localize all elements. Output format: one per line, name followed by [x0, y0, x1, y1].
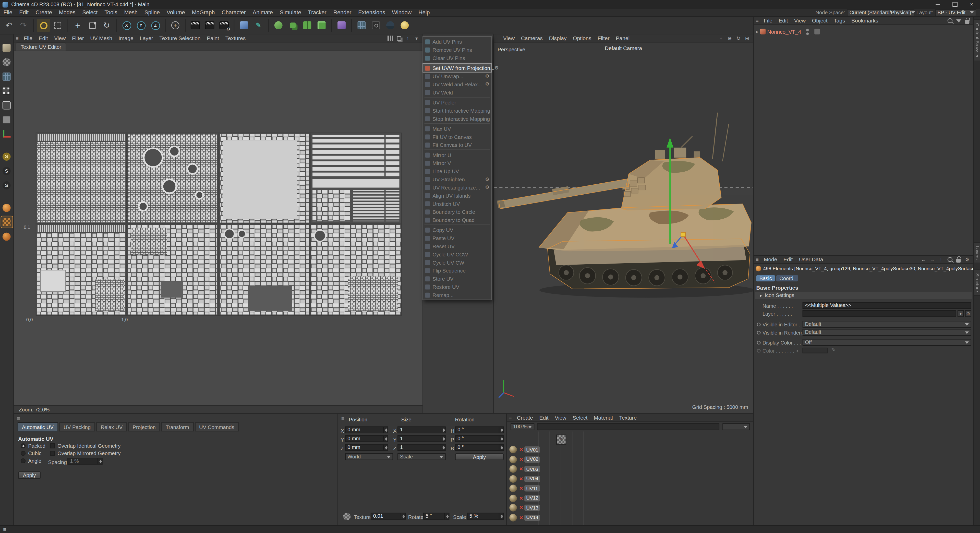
animation-toggle-icon[interactable]	[757, 341, 761, 345]
ctx-restore-uv[interactable]: Restore UV	[423, 283, 492, 291]
tab-automatic-uv[interactable]: Automatic UV	[18, 422, 58, 432]
import-icon[interactable]	[413, 35, 420, 41]
rotate-value-input[interactable]: 5 °	[423, 513, 450, 520]
ctx-uv-rectangularize[interactable]: UV Rectangularize...	[423, 183, 492, 191]
uv-menu-texture-selection[interactable]: Texture Selection	[156, 35, 204, 41]
minimize-button[interactable]	[929, 0, 946, 9]
texture-mode-icon[interactable]	[1, 56, 12, 67]
vp-menu-filter[interactable]: Filter	[595, 35, 612, 41]
size-x-input[interactable]: 1	[398, 426, 446, 433]
options-gear-icon[interactable]	[485, 176, 489, 182]
options-gear-icon[interactable]	[495, 65, 498, 71]
export-icon[interactable]	[404, 35, 411, 41]
scale-mode-dropdown[interactable]: Scale	[398, 453, 446, 460]
uv-menu-paint[interactable]: Paint	[204, 35, 222, 41]
menu-tools[interactable]: Tools	[101, 10, 121, 16]
uv-canvas[interactable]: 0,1 0,0 1,0	[14, 51, 423, 405]
ctx-start-interactive-mapping[interactable]: Start Interactive Mapping	[423, 106, 492, 115]
parent-up-icon[interactable]	[938, 256, 945, 263]
redo-icon[interactable]	[17, 19, 30, 32]
menu-help[interactable]: Help	[415, 10, 433, 16]
ctx-paste-uv[interactable]: Paste UV	[423, 234, 492, 242]
ctx-boundary-to-quad[interactable]: Boundary to Quad	[423, 216, 492, 224]
rotation-b-input[interactable]: 0 °	[455, 444, 504, 451]
ctx-boundary-to-circle[interactable]: Boundary to Circle	[423, 207, 492, 216]
size-z-input[interactable]: 1	[398, 444, 446, 451]
workplane-icon[interactable]	[355, 19, 368, 32]
ctx-align-uv-islands[interactable]: Align UV Islands	[423, 191, 492, 199]
ctx-max-uv[interactable]: Max UV	[423, 124, 492, 132]
symmetry-icon[interactable]	[301, 19, 314, 32]
ctx-mirror-v[interactable]: Mirror V	[423, 159, 492, 167]
histogram-icon[interactable]	[387, 35, 394, 41]
coordinate-system-icon[interactable]: +	[169, 19, 182, 32]
mat-menu-texture[interactable]: Texture	[616, 415, 640, 421]
layout-dropdown[interactable]: BP - UV Edit	[935, 9, 977, 16]
material-row[interactable]: UV03	[509, 464, 540, 473]
viewport-scene[interactable]	[494, 42, 753, 413]
tab-uv-commands[interactable]: UV Commands	[195, 422, 239, 432]
tab-transform[interactable]: Transform	[161, 422, 194, 432]
am-menu-user-data[interactable]: User Data	[796, 257, 826, 263]
stepper[interactable]	[441, 445, 445, 450]
stepper[interactable]	[383, 445, 388, 450]
lock-x-axis-icon[interactable]	[120, 19, 133, 32]
rotate-tool-icon[interactable]	[100, 19, 113, 32]
tab-relax-uv[interactable]: Relax UV	[96, 422, 127, 432]
uv-points-mode-icon[interactable]	[1, 202, 12, 213]
object-tag-icon[interactable]	[815, 29, 820, 35]
menu-mesh[interactable]: Mesh	[121, 10, 141, 16]
stepper[interactable]	[441, 436, 445, 441]
position-y-input[interactable]: 0 mm	[345, 435, 388, 442]
om-menu-view[interactable]: View	[791, 18, 809, 24]
menu-render[interactable]: Render	[330, 10, 355, 16]
material-zoom-dropdown[interactable]: 100 %	[511, 423, 534, 430]
apply-button[interactable]: Apply	[18, 471, 41, 479]
expand-icon[interactable]	[756, 29, 759, 34]
camera-label[interactable]: Default Camera	[494, 45, 753, 51]
ctx-set-uvw-from-projection[interactable]: Set UVW from Projection...	[423, 64, 492, 72]
light-icon[interactable]	[398, 19, 411, 32]
uv-layout-image[interactable]	[36, 132, 402, 316]
ctx-remove-uv-pins[interactable]: Remove UV Pins	[423, 46, 492, 54]
am-menu-edit[interactable]: Edit	[780, 257, 796, 263]
stepper[interactable]	[499, 427, 503, 432]
radio-angle[interactable]: Angle	[18, 458, 41, 464]
compare-icon[interactable]	[396, 35, 402, 41]
coordinate-space-dropdown[interactable]: World	[345, 453, 393, 460]
ctx-reset-uv[interactable]: Reset UV	[423, 242, 492, 250]
animation-toggle-icon[interactable]	[757, 331, 761, 335]
mat-menu-create[interactable]: Create	[514, 415, 536, 421]
uv-menu-uv-mesh[interactable]: UV Mesh	[87, 35, 115, 41]
ctx-cycle-uv-cw[interactable]: Cycle UV CW	[423, 258, 492, 266]
ctx-add-uv-pins[interactable]: Add UV Pins	[423, 38, 492, 46]
paint-texture-icon[interactable]	[1, 231, 12, 242]
object-item[interactable]: Norinco_VT_4	[754, 27, 973, 36]
mat-menu-select[interactable]: Select	[570, 415, 591, 421]
uv-menu-textures[interactable]: Textures	[222, 35, 249, 41]
stepper[interactable]	[499, 445, 503, 450]
options-gear-icon[interactable]	[485, 73, 489, 79]
uv-menu-edit[interactable]: Edit	[35, 35, 51, 41]
visible-editor-dropdown[interactable]: Default	[803, 321, 971, 328]
render-view-icon[interactable]	[189, 19, 202, 32]
vp-menu-view[interactable]: View	[500, 35, 518, 41]
vp-menu-cameras[interactable]: Cameras	[518, 35, 546, 41]
tab-projection[interactable]: Projection	[128, 422, 160, 432]
lock-icon[interactable]	[964, 17, 970, 24]
ctx-uv-weld[interactable]: UV Weld	[423, 88, 492, 96]
node-space-dropdown[interactable]: Current (Standard/Physical)	[847, 9, 915, 16]
radio-cubic[interactable]: Cubic	[18, 450, 41, 456]
ctx-flip-sequence[interactable]: Flip Sequence	[423, 266, 492, 274]
tab-texture-uv-editor[interactable]: Texture UV Editor	[16, 42, 66, 51]
model-mode-icon[interactable]	[1, 42, 12, 53]
ctx-mirror-u[interactable]: Mirror U	[423, 151, 492, 159]
ctx-uv-straighten[interactable]: UV Straighten...	[423, 175, 492, 184]
menu-create[interactable]: Create	[32, 10, 56, 16]
ctx-cycle-uv-ccw[interactable]: Cycle UV CCW	[423, 250, 492, 258]
vp-menu-display[interactable]: Display	[546, 35, 570, 41]
panel-menu-icon[interactable]	[754, 17, 761, 24]
dock-tab-structure[interactable]: Structure	[974, 270, 980, 296]
vp-menu-options[interactable]: Options	[570, 35, 595, 41]
stepper[interactable]	[383, 427, 388, 432]
